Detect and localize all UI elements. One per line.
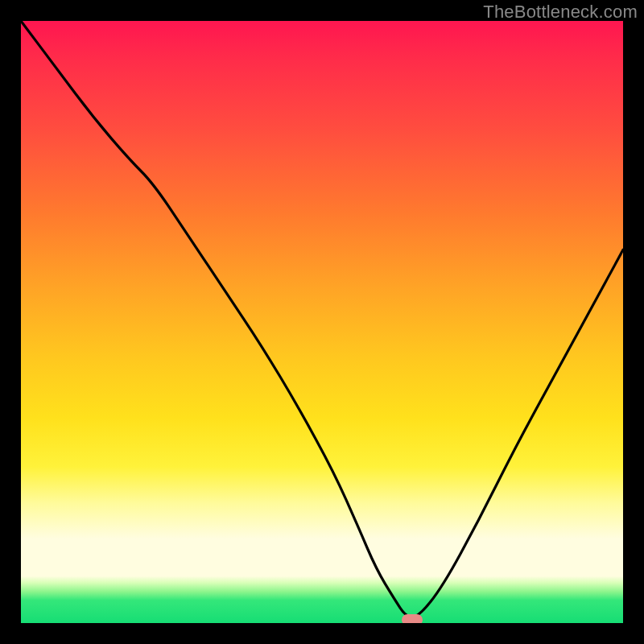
bottleneck-curve [21, 21, 623, 623]
watermark-text: TheBottleneck.com [483, 2, 638, 23]
chart-frame: TheBottleneck.com [0, 0, 644, 644]
optimum-marker [402, 614, 423, 624]
plot-area [21, 21, 623, 623]
